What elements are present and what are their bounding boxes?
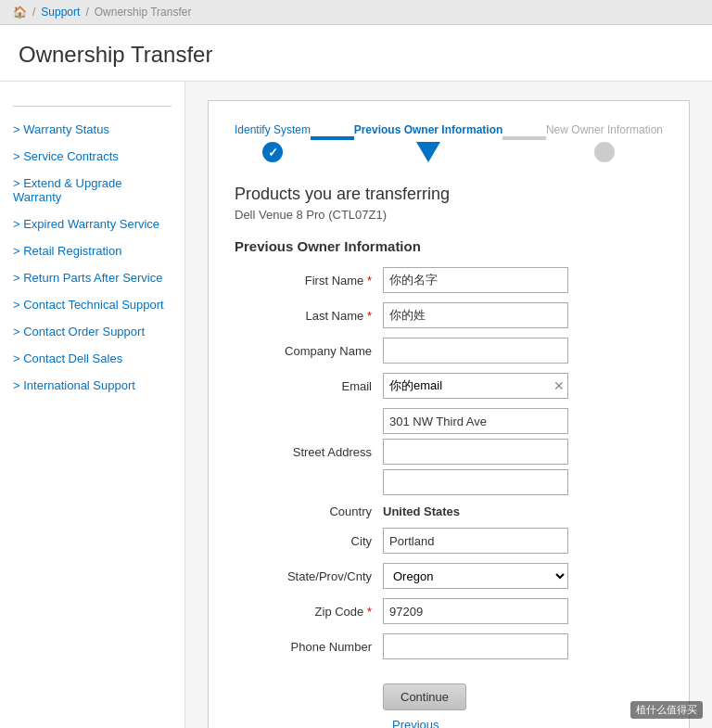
zip-row: Zip Code *: [235, 598, 663, 624]
city-label: City: [235, 534, 383, 548]
connector-1: [311, 136, 354, 140]
company-name-input[interactable]: [383, 338, 568, 364]
page-title: Ownership Transfer: [0, 25, 712, 82]
first-name-row: First Name *: [235, 267, 663, 293]
state-row: State/Prov/Cnty Oregon Alabama Alaska Ar…: [235, 563, 663, 589]
sidebar-item-service-contracts[interactable]: > Service Contracts: [0, 143, 184, 170]
wizard-steps: Identify System ✓ Previous Owner Informa…: [235, 123, 663, 162]
state-select[interactable]: Oregon Alabama Alaska Arizona California…: [383, 563, 568, 589]
sidebar-item-warranty-status[interactable]: > Warranty Status: [0, 116, 184, 143]
company-name-row: Company Name: [235, 338, 663, 364]
last-name-input[interactable]: [383, 302, 568, 328]
email-input-wrapper: ✕: [383, 373, 568, 399]
sidebar-item-contact-technical[interactable]: > Contact Technical Support: [0, 291, 184, 318]
zip-label: Zip Code *: [235, 605, 383, 619]
breadcrumb-separator2: /: [85, 6, 88, 19]
sidebar-item-extend-upgrade[interactable]: > Extend & Upgrade Warranty: [0, 170, 184, 211]
wizard-step-new-owner: New Owner Information: [546, 123, 663, 162]
street-address-input-1[interactable]: [383, 408, 568, 434]
email-label: Email: [235, 379, 383, 393]
email-row: Email ✕: [235, 373, 663, 399]
phone-input[interactable]: [383, 633, 568, 659]
sidebar-item-expired-warranty[interactable]: > Expired Warranty Service: [0, 211, 184, 237]
street-address-row: Street Address: [235, 408, 663, 495]
company-name-label: Company Name: [235, 344, 383, 358]
wizard-step-identify: Identify System ✓: [235, 123, 311, 162]
sidebar-item-retail-registration[interactable]: > Retail Registration: [0, 237, 184, 264]
email-clear-button[interactable]: ✕: [553, 378, 565, 393]
street-address-input-2[interactable]: [383, 439, 568, 465]
city-row: City: [235, 528, 663, 554]
breadcrumb: 🏠 / Support / Ownership Transfer: [0, 0, 712, 25]
state-label: State/Prov/Cnty: [235, 569, 383, 583]
sidebar: > Warranty Status > Service Contracts > …: [0, 82, 185, 728]
sidebar-item-contact-dell-sales[interactable]: > Contact Dell Sales: [0, 345, 184, 372]
street-address-input-3[interactable]: [383, 469, 568, 495]
country-label: Country: [235, 504, 383, 518]
breadcrumb-separator: /: [32, 6, 35, 19]
step-new-owner-circle: [594, 142, 615, 162]
step-identify-label: Identify System: [235, 123, 311, 136]
breadcrumb-support[interactable]: Support: [41, 6, 80, 19]
zip-input[interactable]: [383, 598, 568, 624]
product-subtitle: Dell Venue 8 Pro (CTL07Z1): [235, 208, 663, 222]
step-new-owner-label: New Owner Information: [546, 123, 663, 136]
sidebar-item-international-support[interactable]: > International Support: [0, 372, 184, 399]
first-name-input[interactable]: [383, 267, 568, 293]
phone-label: Phone Number: [235, 640, 383, 654]
sidebar-divider-top: [13, 106, 172, 107]
sidebar-item-contact-order[interactable]: > Contact Order Support: [0, 318, 184, 345]
previous-link[interactable]: Previous: [392, 718, 663, 728]
city-input[interactable]: [383, 528, 568, 554]
step-previous-owner-circle: [416, 142, 440, 162]
first-name-label: First Name *: [235, 274, 383, 287]
country-value: United States: [383, 504, 460, 518]
form-section-title: Previous Owner Information: [235, 238, 663, 254]
email-input[interactable]: [383, 373, 568, 399]
continue-button[interactable]: Continue: [383, 683, 466, 710]
street-address-label: Street Address: [235, 445, 383, 459]
home-icon[interactable]: 🏠: [13, 6, 27, 19]
phone-row: Phone Number: [235, 633, 663, 659]
content-area: Identify System ✓ Previous Owner Informa…: [185, 82, 712, 728]
main-layout: > Warranty Status > Service Contracts > …: [0, 82, 712, 728]
products-section-title: Products you are transferring: [235, 185, 663, 204]
breadcrumb-current: Ownership Transfer: [95, 6, 192, 19]
wizard-container: Identify System ✓ Previous Owner Informa…: [208, 100, 690, 728]
last-name-label: Last Name *: [235, 309, 383, 323]
connector-2: [502, 136, 546, 140]
wizard-step-previous-owner: Previous Owner Information: [354, 123, 503, 162]
country-row: Country United States: [235, 504, 663, 518]
last-name-row: Last Name *: [235, 302, 663, 328]
address-group: [383, 408, 568, 495]
step-previous-owner-label: Previous Owner Information: [354, 123, 503, 136]
sidebar-item-return-parts[interactable]: > Return Parts After Service: [0, 264, 184, 291]
step-identify-circle: ✓: [262, 142, 283, 162]
